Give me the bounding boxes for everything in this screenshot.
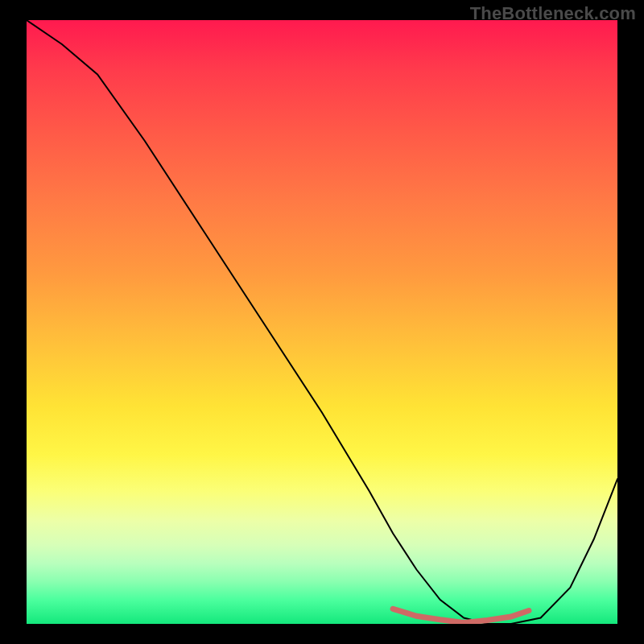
chart-frame: TheBottleneck.com: [0, 0, 644, 644]
curve-layer: [27, 20, 617, 624]
watermark-text: TheBottleneck.com: [470, 3, 636, 24]
bottleneck-curve: [27, 20, 617, 624]
plot-area: [27, 20, 617, 624]
